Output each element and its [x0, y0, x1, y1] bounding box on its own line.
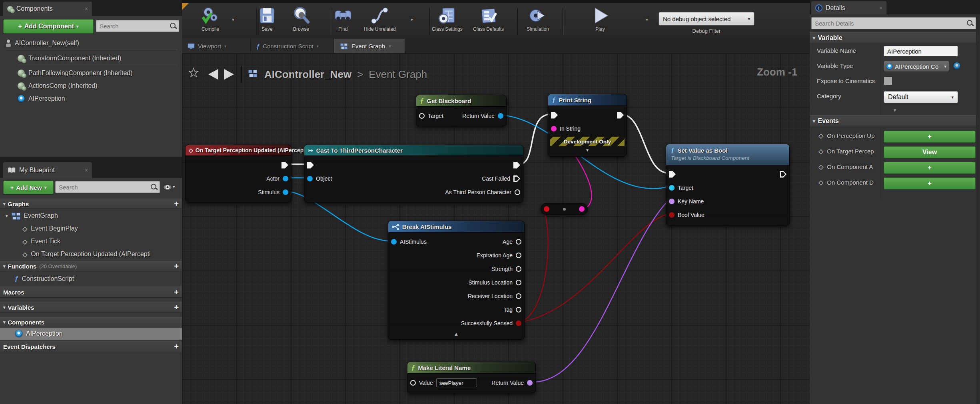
node-break-aistimulus[interactable]: Break AIStimulus AIStimulus Age Expirati…	[388, 221, 525, 340]
exec-out-pin[interactable]	[617, 112, 624, 119]
variable-name-input[interactable]	[884, 46, 958, 57]
type-reference-icon[interactable]	[953, 62, 960, 70]
node-make-literal-name[interactable]: ƒ Make Literal Name Value Return Value	[407, 362, 536, 393]
details-scrollbar[interactable]	[976, 14, 980, 404]
add-variable-button[interactable]: +	[174, 303, 179, 311]
component-row[interactable]: ActionsComp (Inherited)	[18, 80, 178, 92]
my-blueprint-search-input[interactable]	[55, 181, 160, 193]
category-dropdown[interactable]: Default ▾	[884, 91, 958, 103]
pin-strength[interactable]	[516, 266, 521, 272]
close-icon[interactable]: ×	[879, 5, 882, 11]
pin-return-value[interactable]	[527, 380, 533, 386]
node-print-string[interactable]: ƒ Print String In String Development Onl…	[548, 94, 627, 157]
nav-back-icon[interactable]	[208, 69, 218, 80]
collapse-icon[interactable]: ▾	[813, 119, 815, 124]
pin-tag[interactable]	[516, 307, 521, 312]
section-components[interactable]: ▾ Components	[0, 317, 182, 327]
hide-unrelated-caret-icon[interactable]: ▾	[411, 17, 413, 22]
section-event-dispatchers[interactable]: Event Dispatchers +	[0, 341, 182, 352]
pin-aistimulus[interactable]	[391, 239, 397, 245]
node-header[interactable]: ƒ Print String	[548, 94, 627, 106]
compile-button[interactable]: Compile	[200, 6, 221, 32]
debug-object-dropdown[interactable]: No debug object selected ▾	[659, 12, 754, 26]
section-functions[interactable]: ▾ Functions (20 Overridable) +	[0, 261, 182, 271]
exec-out-pin[interactable]	[780, 171, 786, 178]
favorite-star-icon[interactable]: ☆	[188, 64, 200, 80]
tab-event-graph[interactable]: Event Graph ×	[334, 39, 405, 53]
component-row[interactable]: AIPerception	[18, 93, 178, 105]
exec-in-pin[interactable]	[551, 112, 558, 119]
browse-button[interactable]: Browse	[291, 6, 311, 32]
node-header[interactable]: Break AIStimulus	[388, 221, 524, 233]
collapse-icon[interactable]: ▾	[6, 213, 8, 219]
add-macro-button[interactable]: +	[174, 288, 179, 296]
tree-item-aiperception-selected[interactable]: AIPerception	[0, 328, 182, 340]
exec-out-pin[interactable]	[513, 162, 520, 169]
literal-name-input[interactable]	[436, 378, 477, 387]
exec-cast-failed-pin[interactable]	[513, 175, 520, 182]
expose-to-cinematics-checkbox[interactable]	[884, 76, 892, 85]
pin-receiver-location[interactable]	[516, 293, 521, 299]
components-search-input[interactable]	[96, 20, 179, 32]
pin-return-value[interactable]	[498, 113, 503, 119]
pin-age[interactable]	[516, 239, 521, 245]
pin-key-name[interactable]	[669, 199, 675, 204]
save-button[interactable]: Save	[257, 6, 277, 32]
view-event-button[interactable]: View	[884, 146, 976, 158]
tab-my-blueprint[interactable]: My Blueprint ×	[3, 162, 92, 178]
exec-in-pin[interactable]	[669, 171, 676, 178]
pin-as-third-person-character[interactable]	[515, 189, 520, 195]
nav-forward-icon[interactable]	[224, 69, 234, 80]
section-graphs[interactable]: ▾ Graphs +	[0, 199, 182, 209]
close-icon[interactable]: ×	[85, 167, 88, 173]
node-header[interactable]: ƒ Get Blackboard	[416, 95, 506, 107]
node-set-value-as-bool[interactable]: ƒ Set Value as Bool Target is Blackboard…	[666, 144, 790, 225]
event-graph-canvas[interactable]: ☆ AIController_New > Event Graph Zoom -1…	[182, 53, 810, 404]
pin-expiration-age[interactable]	[516, 253, 521, 258]
exec-in-pin[interactable]	[307, 162, 314, 169]
node-header[interactable]: ↦ Cast To ThirdPersonCharacter	[304, 145, 523, 156]
caret-down-icon[interactable]: ▾	[173, 184, 175, 189]
node-collapsed-conversion[interactable]	[541, 203, 588, 215]
collapse-icon[interactable]: ▾	[813, 36, 815, 41]
pin-bool-in[interactable]	[544, 206, 549, 212]
breadcrumb-current[interactable]: Event Graph	[369, 68, 427, 81]
node-header[interactable]: ƒ Make Literal Name	[407, 362, 535, 374]
tab-details[interactable]: i Details ×	[811, 1, 886, 14]
collapse-icon[interactable]: ▾	[3, 320, 6, 325]
tree-item-event-tick[interactable]: ◇ Event Tick	[22, 235, 178, 247]
pin-target[interactable]	[419, 113, 425, 119]
node-header[interactable]: ƒ Set Value as Bool Target is Blackboard…	[666, 144, 789, 165]
pin-object[interactable]	[307, 176, 313, 181]
pin-actor[interactable]	[283, 176, 288, 181]
expand-advanced-icon[interactable]: ▾	[810, 107, 980, 113]
expand-advanced-icon[interactable]: ▾	[548, 146, 627, 155]
pin-successfully-sensed[interactable]	[516, 320, 521, 326]
hide-unrelated-button[interactable]: Hide Unrelated	[364, 6, 396, 32]
close-icon[interactable]: ×	[388, 43, 391, 49]
section-macros[interactable]: Macros +	[0, 287, 182, 298]
pin-value[interactable]	[410, 380, 416, 386]
view-options-eye-icon[interactable]	[163, 184, 172, 190]
close-icon[interactable]: ×	[85, 6, 88, 12]
play-caret-icon[interactable]: ▾	[646, 17, 648, 22]
variable-type-dropdown[interactable]: AIPerception Co ▾	[884, 61, 949, 72]
pin-stimulus-location[interactable]	[516, 280, 521, 285]
node-get-blackboard[interactable]: ƒ Get Blackboard Target Return Value	[416, 95, 507, 126]
pin-in-string[interactable]	[551, 126, 557, 131]
details-search-input[interactable]	[811, 17, 976, 29]
class-defaults-button[interactable]: Class Defaults	[473, 6, 504, 32]
component-row[interactable]: PathFollowingComponent (Inherited)	[18, 67, 178, 79]
component-row-root[interactable]: AIController_New(self)	[6, 37, 178, 50]
node-on-target-perception-updated[interactable]: ◇ On Target Perception Updated (AIPercep…	[185, 145, 291, 203]
simulation-button[interactable]: Simulation	[527, 6, 549, 32]
tree-item-event-beginplay[interactable]: ◇ Event BeginPlay	[22, 223, 178, 235]
section-events[interactable]: ▾ Events	[810, 115, 980, 127]
tree-item-eventgraph[interactable]: ▾ EventGraph	[6, 210, 178, 222]
collapse-icon[interactable]: ▾	[3, 264, 6, 269]
node-header[interactable]: ◇ On Target Perception Updated (AIPercep…	[186, 145, 291, 156]
class-settings-button[interactable]: Class Settings	[432, 6, 463, 32]
add-graph-button[interactable]: +	[174, 200, 179, 208]
exec-out-pin[interactable]	[281, 162, 288, 169]
pin-string-out[interactable]	[579, 206, 585, 212]
